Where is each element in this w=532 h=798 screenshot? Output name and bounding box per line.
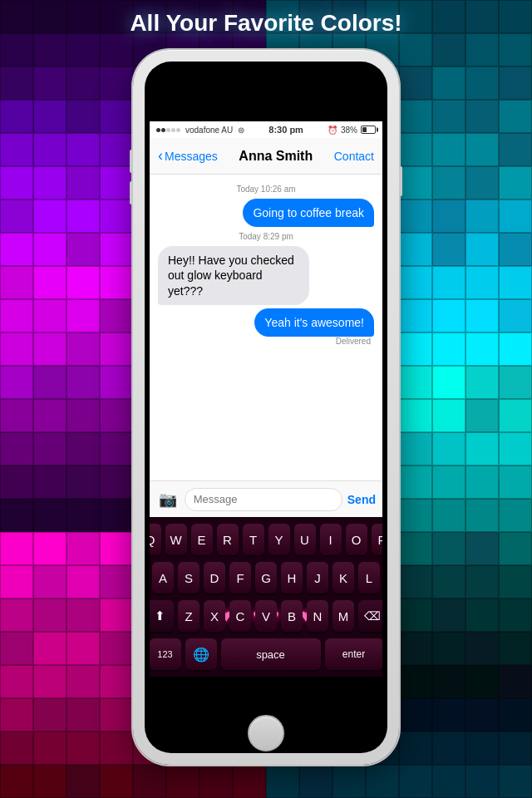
key-w[interactable]: W <box>165 524 187 555</box>
power-button[interactable] <box>399 166 402 196</box>
signal-strength <box>156 128 180 132</box>
space-key[interactable]: space <box>221 638 321 670</box>
phone-screen: vodafone AU ⊜ 8:30 pm ⏰ 38% ‹ <box>150 121 382 677</box>
wifi-icon: ⊜ <box>238 126 244 135</box>
battery-icon <box>361 126 376 134</box>
key-l[interactable]: L <box>358 562 380 594</box>
status-left: vodafone AU ⊜ <box>156 126 244 135</box>
key-u[interactable]: U <box>294 524 316 555</box>
keyboard: Q W E R T Y U I O P A S <box>150 517 382 677</box>
page-title: All Your Favorite Colors! <box>0 10 532 37</box>
globe-key[interactable]: 🌐 <box>185 638 217 670</box>
key-x[interactable]: X <box>204 600 225 632</box>
key-j[interactable]: J <box>307 562 328 594</box>
delivered-status: Delivered <box>158 337 374 346</box>
keyboard-bottom-row: 123 🌐 space enter <box>153 638 379 670</box>
status-right: ⏰ 38% <box>328 126 376 135</box>
timestamp-2: Today 8:29 pm <box>158 232 374 241</box>
chat-messages: Today 10:26 am Going to coffee break Tod… <box>150 175 382 480</box>
contact-button[interactable]: Contact <box>334 150 374 163</box>
back-button[interactable]: ‹ Messages <box>158 149 218 163</box>
key-r[interactable]: R <box>217 524 239 555</box>
key-t[interactable]: T <box>243 524 264 555</box>
message-outgoing-1: Going to coffee break <box>158 199 374 227</box>
back-chevron-icon: ‹ <box>158 148 163 163</box>
keyboard-row-3: ⬆ Z X C V B N M ⌫ <box>153 600 379 632</box>
key-e[interactable]: E <box>191 524 213 555</box>
keyboard-row-1: Q W E R T Y U I O P <box>153 524 379 555</box>
shift-key[interactable]: ⬆ <box>150 600 174 632</box>
key-y[interactable]: Y <box>268 524 290 555</box>
volume-down-button[interactable] <box>130 181 133 204</box>
keyboard-row-2: A S D F G H J K L <box>153 562 379 594</box>
send-button[interactable]: Send <box>347 493 376 506</box>
bubble-outgoing-1: Going to coffee break <box>243 199 374 227</box>
key-p[interactable]: P <box>372 524 383 555</box>
navigation-bar: ‹ Messages Anna Smith Contact <box>150 138 382 175</box>
alarm-icon: ⏰ <box>328 126 337 135</box>
message-input[interactable] <box>185 488 342 511</box>
message-incoming-1: Hey!! Have you checked out glow keyboard… <box>158 246 374 305</box>
bubble-incoming-1: Hey!! Have you checked out glow keyboard… <box>158 246 309 305</box>
key-q[interactable]: Q <box>150 524 161 555</box>
numbers-key[interactable]: 123 <box>150 638 181 670</box>
timestamp-1: Today 10:26 am <box>158 185 374 194</box>
bubble-outgoing-2: Yeah it's awesome! <box>254 308 374 337</box>
back-label: Messages <box>165 150 218 163</box>
carrier-name: vodafone AU <box>185 126 233 135</box>
home-button[interactable] <box>248 715 284 751</box>
key-k[interactable]: K <box>332 562 354 594</box>
enter-key[interactable]: enter <box>325 638 383 670</box>
key-c[interactable]: C <box>229 600 251 632</box>
key-a[interactable]: A <box>152 562 174 594</box>
phone-screen-container: vodafone AU ⊜ 8:30 pm ⏰ 38% ‹ <box>145 62 387 753</box>
status-bar: vodafone AU ⊜ 8:30 pm ⏰ 38% <box>150 121 382 138</box>
camera-button[interactable]: 📷 <box>156 488 180 511</box>
phone-frame: vodafone AU ⊜ 8:30 pm ⏰ 38% ‹ <box>133 50 399 765</box>
key-g[interactable]: G <box>255 562 277 594</box>
key-i[interactable]: I <box>320 524 342 555</box>
key-s[interactable]: S <box>178 562 200 594</box>
status-time: 8:30 pm <box>268 125 303 135</box>
key-m[interactable]: M <box>332 600 354 632</box>
volume-up-button[interactable] <box>130 150 133 173</box>
key-z[interactable]: Z <box>178 600 200 632</box>
backspace-key[interactable]: ⌫ <box>358 600 382 632</box>
key-b[interactable]: B <box>281 600 303 632</box>
nav-title: Anna Smith <box>239 149 313 164</box>
key-d[interactable]: D <box>204 562 225 594</box>
key-o[interactable]: O <box>346 524 367 555</box>
battery-percentage: 38% <box>341 126 357 135</box>
key-h[interactable]: H <box>281 562 303 594</box>
message-outgoing-2: Yeah it's awesome! <box>158 308 374 337</box>
message-input-bar: 📷 Send <box>150 480 382 517</box>
key-v[interactable]: V <box>255 600 277 632</box>
key-n[interactable]: N <box>307 600 328 632</box>
key-f[interactable]: F <box>229 562 251 594</box>
